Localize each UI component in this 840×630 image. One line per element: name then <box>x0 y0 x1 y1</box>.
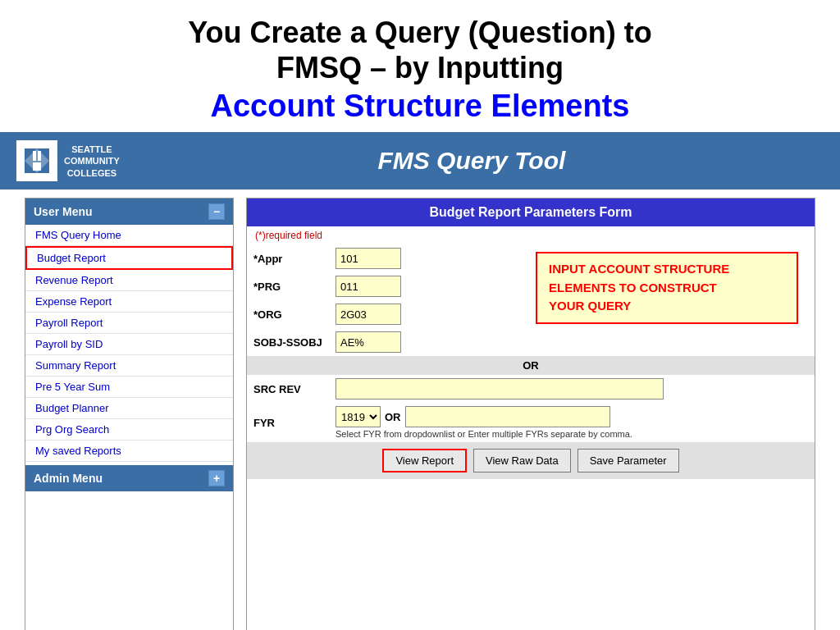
sidebar-item-payroll-by-sid[interactable]: Payroll by SID <box>25 334 233 355</box>
logo-text: SEATTLE COMMUNITY COLLEGES <box>64 144 120 179</box>
annotation-line1: INPUT ACCOUNT STRUCTURE <box>549 260 785 279</box>
user-menu-collapse-button[interactable]: − <box>208 203 225 220</box>
src-rev-row: SRC REV <box>247 375 815 403</box>
svg-rect-4 <box>33 162 41 171</box>
sidebar-item-pre-5-year-sum[interactable]: Pre 5 Year Sum <box>25 377 233 398</box>
sidebar-item-my-saved-reports[interactable]: My saved Reports <box>25 441 233 462</box>
form-area: Budget Report Parameters Form (*)require… <box>246 198 815 630</box>
sidebar: User Menu − FMS Query Home Budget Report… <box>25 198 234 630</box>
admin-menu-label: Admin Menu <box>34 472 103 485</box>
svg-rect-2 <box>33 151 36 161</box>
sidebar-item-prg-org-search[interactable]: Prg Org Search <box>25 419 233 441</box>
annotation-line3: YOUR QUERY <box>549 297 785 316</box>
sidebar-item-fms-home[interactable]: FMS Query Home <box>25 225 233 246</box>
top-title-area: You Create a Query (Question) to FMSQ – … <box>0 0 840 132</box>
logo-icon <box>16 140 57 181</box>
sobj-input[interactable] <box>336 331 401 353</box>
appr-label: *Appr <box>247 244 329 272</box>
fyr-desc: Select FYR from dropdownlist or Enter mu… <box>336 429 808 439</box>
main-content: User Menu − FMS Query Home Budget Report… <box>0 189 840 630</box>
annotation-line2: ELEMENTS TO CONSTRUCT <box>549 279 785 298</box>
prg-input[interactable] <box>336 276 401 297</box>
svg-rect-3 <box>38 151 41 161</box>
title-line1: You Create a Query (Question) to <box>33 15 807 50</box>
user-menu-label: User Menu <box>34 205 93 218</box>
user-menu-header: User Menu − <box>25 199 233 225</box>
src-rev-input[interactable] <box>336 378 664 399</box>
title-line2: FMSQ – by Inputting <box>33 50 807 85</box>
save-parameter-button[interactable]: Save Parameter <box>578 449 679 472</box>
appr-input[interactable] <box>336 248 401 269</box>
sidebar-item-summary-report[interactable]: Summary Report <box>25 355 233 377</box>
sobj-label: SOBJ-SSOBJ <box>247 328 329 356</box>
or-row: OR <box>247 356 815 375</box>
title-line3: Account Structure Elements <box>33 89 807 124</box>
required-notice: (*)required field <box>247 226 815 244</box>
view-report-button[interactable]: View Report <box>382 449 467 472</box>
buttons-row: View Report View Raw Data Save Parameter <box>247 442 815 479</box>
org-input[interactable] <box>336 304 401 325</box>
or-label: OR <box>247 356 815 375</box>
fyr-text-input[interactable] <box>405 406 610 427</box>
logo: SEATTLE COMMUNITY COLLEGES <box>16 140 120 181</box>
banner: SEATTLE COMMUNITY COLLEGES FMS Query Too… <box>0 132 840 189</box>
fyr-select[interactable]: 1819 1718 1617 <box>336 406 381 427</box>
annotation-overlay: INPUT ACCOUNT STRUCTURE ELEMENTS TO CONS… <box>536 252 798 324</box>
sidebar-item-revenue-report[interactable]: Revenue Report <box>25 270 233 291</box>
prg-label: *PRG <box>247 272 329 300</box>
banner-title: FMS Query Tool <box>120 147 824 175</box>
admin-menu-header: Admin Menu + <box>25 465 233 491</box>
sidebar-item-payroll-report[interactable]: Payroll Report <box>25 313 233 334</box>
form-title: Budget Report Parameters Form <box>247 199 815 226</box>
view-raw-data-button[interactable]: View Raw Data <box>473 449 571 472</box>
fyr-label: FYR <box>247 403 329 442</box>
sidebar-item-budget-planner[interactable]: Budget Planner <box>25 398 233 419</box>
fyr-or-label: OR <box>385 411 401 423</box>
fyr-row-top: 1819 1718 1617 OR <box>336 406 808 427</box>
src-rev-label: SRC REV <box>247 375 329 403</box>
sidebar-item-budget-report[interactable]: Budget Report <box>25 246 233 270</box>
sobj-row: SOBJ-SSOBJ <box>247 328 815 356</box>
admin-menu-expand-button[interactable]: + <box>208 470 225 486</box>
fyr-row: FYR 1819 1718 1617 OR Select FYR from dr… <box>247 403 815 442</box>
sidebar-item-expense-report[interactable]: Expense Report <box>25 291 233 313</box>
org-label: *ORG <box>247 300 329 328</box>
